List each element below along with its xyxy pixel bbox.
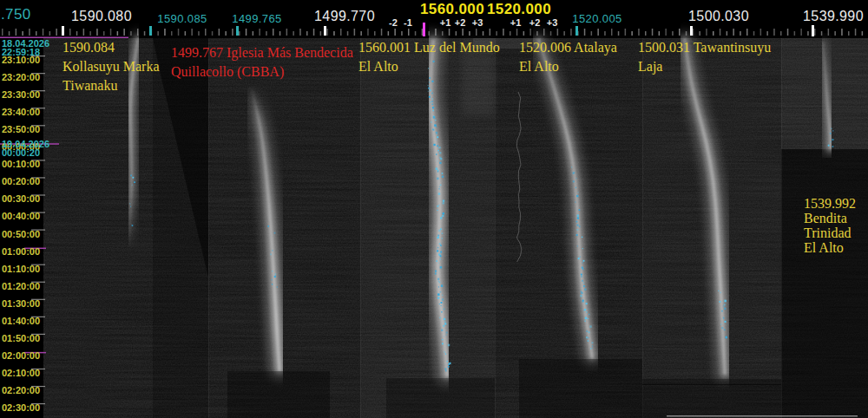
waterfall-canvas[interactable] bbox=[0, 0, 868, 418]
sdr-waterfall-screen: .7501590.0801590.0851499.7651499.7701560… bbox=[0, 0, 868, 418]
